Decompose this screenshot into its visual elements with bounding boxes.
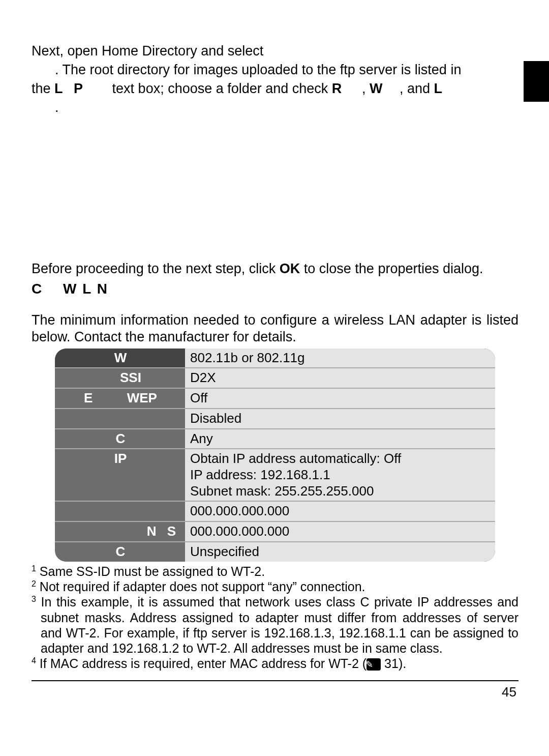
table-row: SSI D2X xyxy=(55,368,495,389)
table-row: E WEP Off xyxy=(55,389,495,409)
cell-val: 000.000.000.000 xyxy=(185,502,495,522)
text: Obtain IP address automatically: Off xyxy=(190,451,491,467)
text: to close the properties dialog. xyxy=(304,261,483,276)
home-directory-label: Home Directory xyxy=(102,43,197,59)
text: E xyxy=(84,390,93,405)
text: SSI xyxy=(120,370,141,385)
table-row: Disabled xyxy=(55,409,495,429)
page-number: 45 xyxy=(32,684,518,701)
footnote-2: 2 Not required if adapter does not suppo… xyxy=(32,579,518,594)
footnotes: 1 Same SS-ID must be assigned to WT-2. 2… xyxy=(32,564,518,671)
text-bold: L xyxy=(434,81,442,96)
cell-key: SSI xyxy=(55,368,185,389)
text: Not required if adapter does not support… xyxy=(40,579,365,594)
text: L xyxy=(82,281,91,297)
table-row: N S 000.000.000.000 xyxy=(55,522,495,542)
intro-line1: Next, open Home Directory and select xyxy=(32,43,518,60)
text-bold: L xyxy=(54,81,63,96)
text: Same SS-ID must be assigned to WT-2. xyxy=(40,564,265,578)
text-bold: W xyxy=(370,81,382,96)
intro-line4: . xyxy=(32,99,518,116)
text: WEP xyxy=(127,390,157,405)
ok-label: OK xyxy=(280,261,300,276)
text: In this example, it is assumed that netw… xyxy=(41,595,518,655)
table-row: 000.000.000.000 xyxy=(55,502,495,522)
cell-key: C xyxy=(55,542,185,562)
section-desc: The minimum information needed to conﬁgu… xyxy=(32,312,518,345)
cell-val: 000.000.000.000 xyxy=(185,522,495,542)
text: text box; choose a folder and check xyxy=(112,81,332,96)
text-bold: R xyxy=(332,81,342,96)
cell-val: Any xyxy=(185,429,495,450)
proceed-paragraph: Before proceeding to the next step, clic… xyxy=(32,260,518,277)
table-row: W 802.11b or 802.11g xyxy=(55,348,495,369)
cell-key: N S xyxy=(55,522,185,542)
text: 31). xyxy=(381,656,406,671)
cell-key: E WEP xyxy=(55,389,185,409)
text: W xyxy=(63,281,76,297)
text: the xyxy=(32,81,54,96)
cell-key: IP xyxy=(55,449,185,502)
footnote-1: 1 Same SS-ID must be assigned to WT-2. xyxy=(32,564,518,579)
table-row: C Unspeciﬁed xyxy=(55,542,495,562)
cell-key xyxy=(55,409,185,429)
text: Before proceeding to the next step, clic… xyxy=(32,261,280,276)
cell-val: Disabled xyxy=(185,409,495,429)
footnote-3: 3 In this example, it is assumed that ne… xyxy=(32,594,518,655)
text: . xyxy=(55,100,59,115)
cell-key: W xyxy=(55,348,185,369)
text: Next, open xyxy=(32,43,102,59)
text: IP address: 192.168.1.1 xyxy=(190,467,491,483)
table-row: C Any xyxy=(55,429,495,450)
cell-val: 802.11b or 802.11g xyxy=(185,348,495,369)
footer-rule xyxy=(32,680,518,681)
text: . The root directory for images uploaded… xyxy=(55,62,461,77)
text: If MAC address is required, enter MAC ad… xyxy=(40,656,367,671)
config-table: W 802.11b or 802.11g SSI D2X E WEP Off D… xyxy=(55,348,495,562)
cell-val: Unspeciﬁed xyxy=(185,542,495,562)
footnote-4: 4 If MAC address is required, enter MAC … xyxy=(32,656,518,671)
text: , xyxy=(362,81,370,96)
text: N xyxy=(97,281,107,297)
text: Subnet mask: 255.255.255.000 xyxy=(190,483,491,500)
side-tab xyxy=(524,61,549,102)
cell-key xyxy=(55,502,185,522)
text-bold: P xyxy=(74,81,83,96)
reference-icon: ✎ xyxy=(367,658,381,671)
text: N xyxy=(147,524,157,539)
section-heading: C W L N xyxy=(32,280,518,298)
intro-line3: the L P text box; choose a folder and ch… xyxy=(32,80,518,97)
text: S xyxy=(167,524,176,539)
cell-val: Obtain IP address automatically: Off IP … xyxy=(185,449,495,502)
cell-val: D2X xyxy=(185,368,495,389)
cell-key: C xyxy=(55,429,185,450)
intro-line2: . The root directory for images uploaded… xyxy=(32,62,518,78)
text: , and xyxy=(400,81,434,96)
image-placeholder-gap xyxy=(32,118,518,260)
text: and select xyxy=(201,43,263,59)
table-row: IP Obtain IP address automatically: Off … xyxy=(55,449,495,502)
cell-val: Off xyxy=(185,389,495,409)
text: C xyxy=(32,281,42,297)
